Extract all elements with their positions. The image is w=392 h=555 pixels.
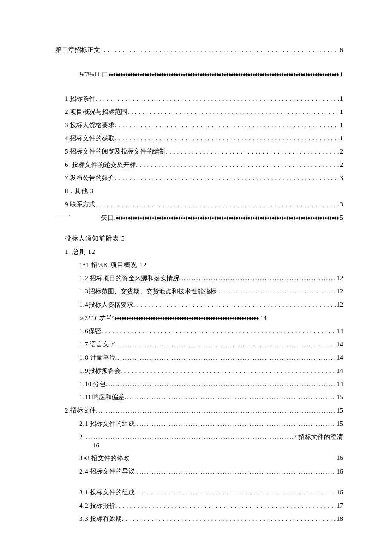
toc-leader (106, 381, 336, 388)
toc-section-1: 1. 总则 12 (55, 248, 343, 256)
toc-leader (115, 122, 339, 129)
toc-label: 投标人资格要求 (70, 121, 115, 129)
toc-page: 14 (336, 341, 343, 348)
toc-label: 招标文件的阅览及投标文件的编制 (70, 148, 166, 156)
toc-label: 7 语言文字 (85, 340, 115, 349)
toc-leader (115, 174, 339, 182)
toc-leader (135, 489, 336, 496)
toc-leader (100, 46, 339, 54)
toc-num: 2 (65, 108, 69, 116)
toc-item-1-8: 1. 8 计量单位 14 (55, 354, 343, 362)
toc-leader-diamond (108, 71, 339, 78)
toc-num: 1. (79, 354, 85, 361)
toc-num: 3 (65, 122, 69, 129)
toc-page: 14 (336, 354, 343, 361)
toc-page: 6 (339, 46, 343, 54)
toc-label: 3 投标有效期 (85, 515, 121, 523)
toc-leader-diamond (115, 215, 339, 221)
document-page: 第二章招标正文 6 ⅛ˆ3⅛11 口 1 1 . 招标条件 1 2 . 项目概况… (0, 0, 392, 554)
toc-leader (95, 201, 339, 208)
toc-item-8: 8 . 其他 3 (55, 187, 343, 195)
toc-label: 8 计量单位 (85, 354, 115, 362)
toc-chapter-main: 第二章招标正文 6 (55, 46, 343, 54)
toc-page: 15 (336, 407, 343, 414)
toc-page: 12 (336, 301, 343, 308)
toc-leader (135, 420, 336, 427)
toc-item-1-3: 1.3 招标范围、交货期、交货地点和技术性能指标 12 (55, 288, 343, 296)
toc-num: 9 (65, 201, 69, 208)
toc-item-2-2-line2: 16 (55, 442, 343, 449)
toc-item-1-10: 1. 10 分包 14 (55, 380, 343, 388)
toc-garbled-1-5: :e?JTJ 才旦* 14 (55, 314, 267, 322)
toc-section-2: 2. 招标文件 15 (55, 407, 343, 415)
toc-page: 2 (339, 161, 343, 169)
toc-num: 2 (79, 433, 83, 441)
toc-item-3-3: 3. 3 投标有效期 18 (55, 515, 343, 523)
toc-label: 发布公告的媒介 (70, 174, 115, 182)
toc-label: 矢口. (101, 214, 115, 222)
toc-num: 1. (79, 275, 85, 282)
toc-item-1-6: 1.6 保密 14 (55, 327, 343, 335)
toc-num: 1.3 (79, 288, 89, 295)
toc-page: 1 (339, 71, 343, 78)
toc-leader (121, 367, 336, 375)
toc-page: 5 (339, 214, 343, 221)
toc-item-2-4: 2. 4 招标文件的异议 16 (55, 468, 343, 476)
toc-item-7: 7 . 发布公告的媒介 3 (55, 174, 343, 182)
toc-page: 12 (336, 288, 343, 295)
toc-item-1-9: 1.9 投标预备会 14 (55, 367, 343, 375)
toc-page: 1 (339, 108, 343, 116)
toc-leader (96, 407, 336, 414)
toc-num: 4 (65, 135, 69, 142)
toc-item-3: 3 . 投标人资格要求 1 (55, 121, 343, 129)
toc-item-1-2: 1. 2 招标项目的资金来源和落实情况 12 (55, 274, 343, 282)
toc-label: 联系方式 (70, 200, 95, 209)
toc-item-6: 6 . 投标文件的递交及开标 2 (55, 161, 343, 169)
toc-leader (133, 301, 336, 308)
toc-leader (115, 135, 339, 142)
toc-num: 5 (65, 148, 69, 155)
toc-leader (136, 161, 339, 169)
toc-leader (124, 394, 336, 401)
toc-num: 2. (79, 468, 85, 475)
toc-page: 14 (336, 381, 343, 388)
toc-page: 14 (336, 328, 343, 335)
toc-page: 17 (336, 502, 343, 509)
toc-leader (216, 288, 336, 295)
toc-num: 1.6 (79, 328, 89, 335)
toc-page: 1 (339, 122, 343, 129)
toc-label: ⅛ˆ3⅛11 口 (79, 70, 108, 78)
toc-page: 12 (336, 275, 343, 282)
toc-garbled-2: ——ˆ 矢口. 5 (55, 214, 343, 222)
toc-page: 15 (336, 394, 343, 401)
spacer (83, 433, 86, 441)
toc-page: 3 (339, 201, 343, 208)
toc-trail: 2 招标文件的澄清 (293, 433, 343, 441)
toc-num: 1. (79, 341, 85, 348)
toc-page: 1 (339, 95, 343, 102)
toc-page: 15 (336, 420, 343, 427)
toc-item-1-1: 1•1 招⅛K 项目概况 12 (55, 261, 343, 269)
toc-label: 招标范围、交货期、交货地点和技术性能指标 (89, 288, 216, 296)
toc-label: 项目概况与招标范围 (70, 108, 127, 116)
toc-num: 4. (79, 502, 85, 509)
toc-label: 保密 (89, 327, 101, 335)
toc-leader (95, 95, 339, 102)
toc-page: 16 (337, 454, 343, 462)
toc-garbled-1: ⅛ˆ3⅛11 口 1 (55, 70, 343, 78)
toc-item-5: 5 . 招标文件的阅览及投标文件的编制 2 (55, 148, 343, 156)
toc-item-1-7: 1. 7 语言文字 14 (55, 340, 343, 349)
toc-item-2-1: 2. 1 招标文件的组成 15 (55, 420, 343, 428)
toc-item-4-2: 4. 2 投标报价 17 (55, 502, 343, 510)
toc-leader (115, 354, 336, 361)
toc-leader (101, 328, 336, 335)
toc-leader (179, 275, 336, 282)
toc-label: 投标文件的递交及开标 (72, 161, 136, 169)
toc-item-1: 1 . 招标条件 1 (55, 95, 343, 103)
toc-num: 2. (65, 407, 70, 414)
toc-label: 招标文件的获取 (70, 134, 115, 142)
toc-item-1-11: 1. 11 响应和偏差 15 (55, 393, 343, 401)
toc-label: 1 招标文件的组成 (85, 420, 134, 428)
toc-num: 1. (79, 394, 85, 401)
toc-label: 4 招标文件的异议 (85, 468, 134, 476)
